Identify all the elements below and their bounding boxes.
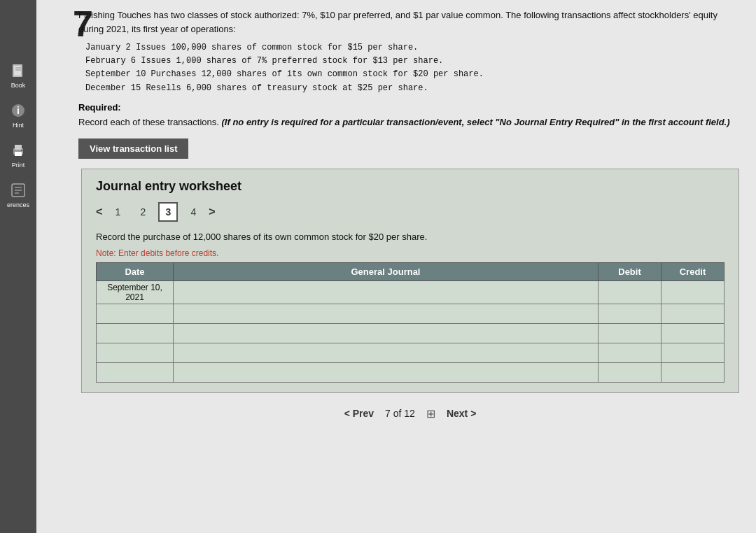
table-row: September 10,2021 xyxy=(97,280,724,304)
book-label: Book xyxy=(11,82,26,89)
gj-input-3[interactable] xyxy=(174,324,598,343)
credit-cell-1[interactable] xyxy=(662,280,724,304)
transaction-jan: January 2 Issues 100,000 shares of commo… xyxy=(85,41,742,55)
debit-cell-2[interactable] xyxy=(598,304,662,323)
print-icon xyxy=(9,141,27,159)
page-3-active[interactable]: 3 xyxy=(158,202,178,222)
note-text: Note: Enter debits before credits. xyxy=(96,248,724,258)
prev-button[interactable]: < Prev xyxy=(344,408,374,419)
required-label: Required: xyxy=(78,102,742,113)
sidebar-item-book[interactable]: Book xyxy=(9,62,27,89)
date-cell-3 xyxy=(97,323,174,343)
transaction-description: Record the purchase of 12,000 shares of … xyxy=(96,230,724,244)
page-1[interactable]: 1 xyxy=(108,202,127,222)
gj-input-5[interactable] xyxy=(174,363,598,382)
transaction-sep: September 10 Purchases 12,000 shares of … xyxy=(85,68,742,81)
sidebar-item-print[interactable]: Print xyxy=(9,141,27,169)
gj-cell-2[interactable] xyxy=(174,304,598,323)
content-area: Finishing Touches has two classes of sto… xyxy=(36,0,756,436)
debit-input-3[interactable] xyxy=(598,324,661,343)
next-button[interactable]: Next > xyxy=(447,408,476,419)
page-next-arrow[interactable]: > xyxy=(209,206,215,218)
header-debit: Debit xyxy=(598,262,662,280)
date-cell-2 xyxy=(97,304,174,323)
credit-cell-5[interactable] xyxy=(662,362,724,382)
credit-input-5[interactable] xyxy=(662,363,724,382)
date-cell-5 xyxy=(97,362,174,382)
grid-icon: ⊞ xyxy=(426,407,435,420)
credit-input-4[interactable] xyxy=(662,343,724,362)
transaction-dec: December 15 Resells 6,000 shares of trea… xyxy=(85,82,742,95)
debit-input-2[interactable] xyxy=(598,304,661,323)
svg-rect-8 xyxy=(15,152,22,156)
debit-cell-3[interactable] xyxy=(598,323,662,343)
sidebar-item-references[interactable]: erences xyxy=(7,181,29,208)
table-row xyxy=(97,343,724,362)
debit-cell-4[interactable] xyxy=(598,343,662,362)
page-4[interactable]: 4 xyxy=(183,202,203,222)
svg-text:i: i xyxy=(17,105,20,116)
transaction-feb: February 6 Issues 1,000 shares of 7% pre… xyxy=(85,55,742,68)
debit-cell-5[interactable] xyxy=(598,362,662,382)
transactions-list: January 2 Issues 100,000 shares of commo… xyxy=(78,41,742,95)
debit-input-1[interactable] xyxy=(598,281,661,304)
page-2[interactable]: 2 xyxy=(133,202,153,222)
credit-input-1[interactable] xyxy=(662,281,724,304)
instruction-bold: (If no entry is required for a particula… xyxy=(222,117,730,127)
gj-input-2[interactable] xyxy=(174,304,598,323)
print-label: Print xyxy=(12,162,25,169)
table-row xyxy=(97,323,724,343)
gj-cell-1[interactable] xyxy=(174,280,598,304)
credit-input-3[interactable] xyxy=(662,324,724,343)
worksheet-title: Journal entry worksheet xyxy=(96,179,724,194)
instruction-main: Record each of these transactions. xyxy=(78,117,219,127)
svg-rect-7 xyxy=(15,145,22,150)
date-cell-4 xyxy=(97,343,174,362)
book-icon xyxy=(9,62,27,80)
credit-cell-4[interactable] xyxy=(662,343,724,362)
sidebar-item-hint[interactable]: i Hint xyxy=(9,101,27,129)
references-label: erences xyxy=(7,201,29,208)
view-transaction-list-button[interactable]: View transaction list xyxy=(78,138,188,159)
table-row xyxy=(97,362,724,382)
date-cell-1: September 10,2021 xyxy=(97,280,174,304)
worksheet-container: Journal entry worksheet < 1 2 3 4 > Reco… xyxy=(81,169,739,393)
header-date: Date xyxy=(97,262,174,280)
gj-cell-5[interactable] xyxy=(174,362,598,382)
problem-text: Finishing Touches has two classes of sto… xyxy=(78,8,742,36)
sidebar: Book i Hint Print xyxy=(0,0,36,533)
instruction-text: Record each of these transactions. (If n… xyxy=(78,115,742,129)
page-prev-arrow[interactable]: < xyxy=(96,206,102,218)
pagination: < 1 2 3 4 > xyxy=(96,202,724,222)
gj-input-1[interactable] xyxy=(174,281,598,304)
credit-cell-2[interactable] xyxy=(662,304,724,323)
debit-input-4[interactable] xyxy=(598,343,661,362)
journal-table: Date General Journal Debit Credit Septem… xyxy=(96,262,724,383)
gj-cell-4[interactable] xyxy=(174,343,598,362)
debit-input-5[interactable] xyxy=(598,363,661,382)
references-icon xyxy=(9,181,27,199)
main-content: 7 Finishing Touches has two classes of s… xyxy=(36,0,756,533)
hint-label: Hint xyxy=(13,122,24,129)
credit-input-2[interactable] xyxy=(662,304,724,323)
page-indicator: 7 of 12 xyxy=(385,408,415,419)
svg-rect-1 xyxy=(14,66,21,76)
credit-cell-3[interactable] xyxy=(662,323,724,343)
table-row xyxy=(97,304,724,323)
debit-cell-1[interactable] xyxy=(598,280,662,304)
hint-icon: i xyxy=(9,101,27,120)
gj-cell-3[interactable] xyxy=(174,323,598,343)
header-general-journal: General Journal xyxy=(174,262,598,280)
bottom-navigation: < Prev 7 of 12 ⊞ Next > xyxy=(78,400,742,427)
header-credit: Credit xyxy=(662,262,724,280)
gj-input-4[interactable] xyxy=(174,343,598,362)
svg-rect-9 xyxy=(21,150,22,151)
